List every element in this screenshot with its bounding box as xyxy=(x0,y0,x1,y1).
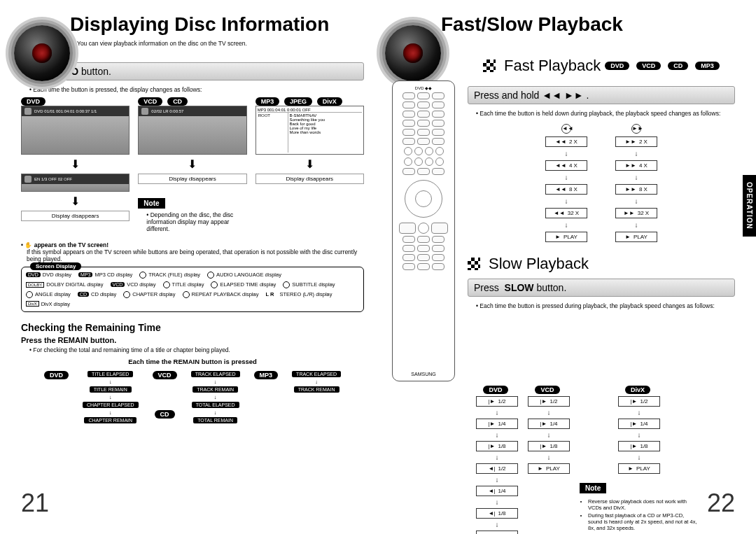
note-label: Note xyxy=(138,198,164,209)
pill-cd: CD xyxy=(167,97,188,106)
pill-vcd: VCD xyxy=(636,62,661,70)
pill-jpeg: JPEG xyxy=(284,97,312,106)
slow-pill-divx: DivX xyxy=(625,386,650,394)
pill-vcd: VCD xyxy=(138,97,162,106)
display-disappears: Display disappears xyxy=(21,211,130,221)
slow-pill-dvd: DVD xyxy=(483,386,507,394)
rewind-speed-column: ◄◄ ◄◄2 X↓ ◄◄4 X↓ ◄◄8 X↓ ◄◄32 X↓ ►PLAY xyxy=(545,124,587,242)
checker-icon xyxy=(468,258,480,270)
down-arrow-icon: ⬇ xyxy=(21,195,130,208)
fast-playback-heading: Fast Playback xyxy=(504,57,601,75)
remain-dvd-label: DVD xyxy=(44,371,69,379)
pill-dvd: DVD xyxy=(605,62,629,70)
pill-mp3: MP3 xyxy=(255,97,280,106)
page-22: Fast/Slow Playback Fast Playback DVD VCD… xyxy=(392,14,735,518)
forward-icon: ►► xyxy=(631,124,641,134)
page-number-22: 22 xyxy=(707,489,735,518)
checker-icon xyxy=(483,59,496,72)
instruction-bar-slow: Press SLOW button. xyxy=(468,279,735,297)
pill-divx: DivX xyxy=(317,97,342,106)
page-subtitle-left: You can view playback information on the… xyxy=(77,40,364,47)
speaker-graphic xyxy=(385,25,441,81)
screen-dvd-1: DVD 01/01 001:04:01 0:00:37 1/1 xyxy=(21,106,130,155)
note-text: Depending on the disc, the disc informat… xyxy=(146,211,246,232)
screen-dvd-2: EN 1/3 OFF 02 OFF xyxy=(21,174,130,192)
remain-each: Each time the REMAIN button is pressed xyxy=(21,358,364,365)
operation-side-tab: OPERATION xyxy=(743,175,756,237)
display-columns: DVD DVD 01/01 001:04:01 0:00:37 1/1 ⬇ EN… xyxy=(21,97,364,234)
pill-cd: CD xyxy=(668,62,688,70)
remain-mp3-label: MP3 xyxy=(254,371,279,379)
remain-bullet: For checking the total and remaining tim… xyxy=(29,346,364,353)
slow-playback-heading: Slow Playback xyxy=(489,255,589,273)
screen-mp3: MP3 001:04:01 0:00:01 OFF ROOT B-SMARTNA… xyxy=(255,106,364,155)
remain-subhead: Press the REMAIN button. xyxy=(21,336,364,344)
hand-note: • ✋ appears on the TV screen! If this sy… xyxy=(21,241,364,262)
instruction-bar-hold: Press and hold ◄◄ ►► . xyxy=(468,86,735,104)
down-arrow-icon: ⬇ xyxy=(138,157,246,171)
down-arrow-icon: ⬇ xyxy=(21,157,130,171)
display-disappears: Display disappears xyxy=(255,174,364,184)
fast-bullet: Each time the button is held down during… xyxy=(476,110,735,117)
pill-mp3: MP3 xyxy=(695,62,720,70)
note-label: Note xyxy=(580,483,606,493)
rewind-icon: ◄◄ xyxy=(561,124,571,134)
screen-display-label: Screen Display xyxy=(30,262,81,270)
screen-display-legend: Screen Display DVDDVD display MP3MP3 CD … xyxy=(21,267,364,312)
down-arrow-icon: ⬇ xyxy=(255,157,364,171)
remaining-time-heading: Checking the Remaining Time xyxy=(21,322,364,333)
display-disappears: Display disappears xyxy=(138,174,246,184)
remain-vcd-label: VCD xyxy=(153,371,177,379)
speaker-graphic xyxy=(14,25,70,81)
pill-dvd: DVD xyxy=(21,97,46,106)
page-number-21: 21 xyxy=(21,489,49,518)
remote-control-diagram: DVD ◆◆ SAMSUNG xyxy=(392,80,455,381)
instruction-bar-info: Press INFO button. xyxy=(21,62,364,80)
slow-bullet: Each time the button is pressed during p… xyxy=(476,302,735,309)
page-21: Displaying Disc Information You can view… xyxy=(21,14,364,518)
remain-columns: DVD TITLE ELAPSED↓ TITLE REMAIN↓ CHAPTER… xyxy=(21,371,364,423)
remain-cd-label: CD xyxy=(155,410,175,419)
info-bullet: Each time the button is pressed, the dis… xyxy=(29,86,364,93)
slow-speed-columns: DVD |►1/2↓ |►1/4↓ |►1/8↓ ◄|1/2↓ ◄|1/4↓ ◄… xyxy=(476,386,735,534)
slow-notes: Reverse slow playback does not work with… xyxy=(580,498,699,534)
screen-vcd: 02/02 LR 0:00:57 xyxy=(138,106,246,155)
forward-speed-column: ►► ►►2 X↓ ►►4 X↓ ►►8 X↓ ►►32 X↓ ►PLAY xyxy=(615,124,657,242)
slow-pill-vcd: VCD xyxy=(535,386,559,394)
page-title-right: Fast/Slow Playback xyxy=(441,14,735,36)
page-title-left: Displaying Disc Information xyxy=(70,14,364,36)
